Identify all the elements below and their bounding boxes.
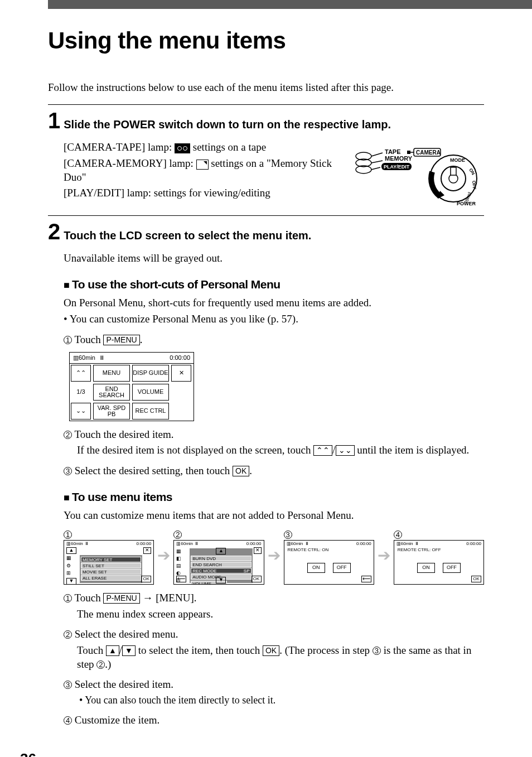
arrow-right-icon: ➔ bbox=[157, 546, 170, 569]
ok-button[interactable]: OK bbox=[471, 576, 481, 582]
menuuse-step2-sub-a: Touch bbox=[77, 644, 106, 656]
circled-2-icon: 2 bbox=[64, 630, 72, 639]
up-arrow-button[interactable]: ▲ bbox=[66, 547, 76, 554]
play-edit-lamp: [PLAY/EDIT] lamp: settings for viewing/e… bbox=[64, 186, 333, 200]
close-button[interactable]: ✕ bbox=[171, 365, 191, 382]
svg-line-3 bbox=[371, 153, 383, 156]
pmenu-button[interactable]: P-MENU bbox=[103, 335, 139, 345]
ok-button[interactable]: OK bbox=[252, 576, 262, 582]
shortcut-step2-sub-b: until the item is displayed. bbox=[357, 444, 469, 456]
page-number: 36 bbox=[20, 750, 36, 757]
down-arrow-button[interactable]: ▼ bbox=[66, 578, 76, 585]
step-2-sub: Unavailable items will be grayed out. bbox=[64, 252, 484, 266]
blank-cell bbox=[171, 403, 191, 420]
menu-use-heading: To use menu items bbox=[64, 489, 484, 504]
close-icon[interactable]: ✕ bbox=[254, 547, 262, 554]
menuuse-step3: Select the desired item. bbox=[75, 678, 173, 690]
circled-3-icon: 3 bbox=[373, 647, 381, 655]
menu-screen-2: ▥60min ⏸0:00:00 ✕ ▦◧▤◐⊟ ▲ BURN DVD END S… bbox=[173, 540, 264, 585]
shortcut-step1-text-a: Touch bbox=[74, 334, 103, 345]
volume-button[interactable]: VOLUME bbox=[132, 384, 169, 401]
shortcut-intro: On Personal Menu, short-cuts for frequen… bbox=[64, 296, 484, 310]
ok-button[interactable]: OK bbox=[141, 576, 151, 582]
header-bar bbox=[48, 0, 532, 9]
step-1-number: 1 bbox=[48, 109, 60, 132]
memory-stick-icon bbox=[196, 160, 209, 170]
camera-tape-lamp-label: [CAMERA-TAPE] lamp: bbox=[64, 141, 175, 153]
circled-2-icon: 2 bbox=[96, 660, 105, 669]
circled-4-icon: 4 bbox=[64, 716, 72, 725]
menuuse-step2-sub-b: to select the item, then touch bbox=[136, 644, 263, 656]
shortcut-step2-sub-a: If the desired item is not displayed on … bbox=[77, 444, 313, 456]
camera-memory-lamp-label: [CAMERA-MEMORY] lamp: bbox=[64, 157, 196, 169]
pmenu-button[interactable]: P-MENU bbox=[103, 593, 139, 604]
menuuse-step2-sub-e: .) bbox=[105, 658, 111, 670]
menuuse-step2-sub-c: . (The process in step bbox=[279, 644, 373, 656]
circled-3-icon: 3 bbox=[284, 531, 292, 539]
mini-battery: ▥60min ⏸ bbox=[73, 354, 105, 361]
off-button[interactable]: OFF bbox=[443, 563, 461, 573]
menu-screen-3: ▥60min ⏸0:00:00 REMOTE CTRL: ON ON OFF ⟵ bbox=[284, 540, 374, 585]
page-title: Using the menu items bbox=[48, 26, 484, 56]
ok-button[interactable]: OK bbox=[233, 466, 249, 476]
disp-guide-button[interactable]: DISP GUIDE bbox=[132, 365, 169, 382]
svg-text:PLAY/EDIT: PLAY/EDIT bbox=[384, 164, 410, 170]
svg-text:MODE: MODE bbox=[450, 157, 465, 163]
blank-cell bbox=[171, 384, 191, 401]
svg-rect-17 bbox=[451, 167, 456, 175]
svg-text:TAPE: TAPE bbox=[385, 148, 401, 155]
off-button[interactable]: OFF bbox=[333, 563, 351, 573]
down-arrow-button[interactable]: ▼ bbox=[122, 645, 136, 656]
menuuse-step1-arrow: → [MENU]. bbox=[140, 592, 197, 604]
ok-button[interactable]: OK bbox=[263, 645, 279, 656]
svg-text:MEMORY: MEMORY bbox=[385, 155, 413, 162]
menuuse-step3-bullet: You can also touch the item directly to … bbox=[79, 694, 484, 707]
menuuse-step4: Customize the item. bbox=[75, 714, 160, 726]
step-2-heading: Touch the LCD screen to select the menu … bbox=[64, 228, 311, 243]
personal-menu-screen: ▥60min ⏸ 0:00:00 ⌃⌃ MENU DISP GUIDE ✕ 1/… bbox=[69, 352, 194, 421]
back-button[interactable]: ⟵ bbox=[361, 576, 371, 582]
down-button[interactable]: ⌄⌄ bbox=[71, 403, 91, 420]
circled-4-icon: 4 bbox=[394, 531, 402, 539]
circled-3-icon: 3 bbox=[64, 467, 72, 475]
down-arrow-button[interactable]: ▼ bbox=[216, 577, 226, 584]
up-button[interactable]: ⌃⌃ bbox=[71, 365, 91, 382]
up-arrow-button[interactable]: ⌃⌃ bbox=[313, 445, 332, 456]
menu-button[interactable]: MENU bbox=[93, 365, 130, 382]
down-arrow-button[interactable]: ⌄⌄ bbox=[336, 445, 355, 456]
mini-timecode: 0:00:00 bbox=[170, 354, 190, 361]
circled-1-icon: 1 bbox=[64, 336, 72, 344]
step-2-number: 2 bbox=[48, 220, 60, 243]
svg-text:OFF: OFF bbox=[471, 181, 477, 190]
circled-1-icon: 1 bbox=[64, 594, 72, 602]
page-indicator: 1/3 bbox=[71, 384, 91, 401]
circled-3-icon: 3 bbox=[64, 681, 72, 689]
up-arrow-button[interactable]: ▲ bbox=[216, 548, 226, 555]
shortcut-heading: To use the short-cuts of Personal Menu bbox=[64, 277, 484, 292]
svg-line-5 bbox=[371, 167, 380, 170]
circled-1-icon: 1 bbox=[64, 531, 72, 539]
menuuse-step1-sub: The menu index screen appears. bbox=[77, 607, 484, 621]
menu-screen-1: ▥60min ⏸0:00:00 ✕ ▲ ▦ ⚙ ⊞ ▼ MEMORY SET S… bbox=[64, 540, 154, 585]
var-spd-button[interactable]: VAR. SPD PB bbox=[93, 403, 130, 420]
divider bbox=[48, 215, 484, 216]
step-1-heading: Slide the POWER switch down to turn on t… bbox=[64, 117, 391, 132]
svg-line-4 bbox=[371, 161, 383, 163]
rec-ctrl-button[interactable]: REC CTRL bbox=[132, 403, 169, 420]
circled-2-icon: 2 bbox=[64, 431, 72, 439]
on-button[interactable]: ON bbox=[307, 563, 325, 573]
up-arrow-button[interactable]: ▲ bbox=[106, 645, 119, 656]
shortcut-step1-text-b: . bbox=[140, 334, 143, 345]
menu-screen-4: ▥60min ⏸0:00:00 REMOTE CTRL: OFF ON OFF … bbox=[394, 540, 484, 585]
svg-text:CAMERA: CAMERA bbox=[416, 150, 441, 156]
back-button[interactable]: ⟵ bbox=[176, 576, 186, 582]
arrow-right-icon: ➔ bbox=[378, 546, 390, 569]
close-icon[interactable]: ✕ bbox=[143, 547, 151, 554]
on-button[interactable]: ON bbox=[417, 563, 435, 573]
menu-screens-row: 1 ▥60min ⏸0:00:00 ✕ ▲ ▦ ⚙ ⊞ ▼ MEMORY SET… bbox=[64, 531, 484, 585]
end-search-button[interactable]: END SEARCH bbox=[93, 384, 130, 401]
menuuse-step2: Select the desired menu. bbox=[75, 628, 178, 640]
intro-text: Follow the instructions below to use eac… bbox=[48, 81, 484, 95]
lamp-list: [CAMERA-TAPE] lamp: settings on a tape [… bbox=[64, 141, 333, 202]
power-switch-illustration: TAPE MEMORY PLAY/EDIT CAMERA MODE POWER … bbox=[350, 141, 484, 208]
